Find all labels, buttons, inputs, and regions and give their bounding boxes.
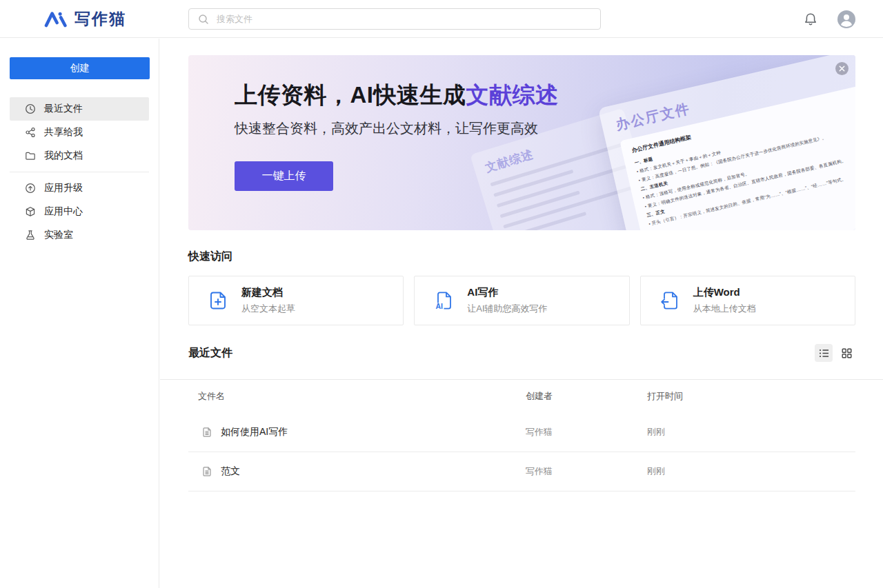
column-open-time: 打开时间 — [647, 390, 683, 403]
logo-text: 写作猫 — [75, 8, 126, 30]
sidebar: 创建 最近文件 共享给我 — [0, 39, 159, 588]
search-icon — [198, 14, 209, 25]
sidebar-item-recent-files[interactable]: 最近文件 — [10, 97, 149, 121]
sidebar-item-app-center[interactable]: 应用中心 — [10, 200, 149, 223]
file-creator: 写作猫 — [526, 426, 553, 438]
sidebar-item-my-documents[interactable]: 我的文档 — [10, 144, 149, 168]
search-input[interactable] — [215, 13, 591, 25]
notification-bell-icon[interactable] — [803, 12, 818, 27]
main-content: 文献综述 办公厅文件 办公厅文件通用结构框架 一、标题 • 格式：发文机关＋关于… — [160, 39, 883, 588]
banner-doc-front: 办公厅文件 办公厅文件通用结构框架 一、标题 • 格式：发文机关＋关于＋事由＋的… — [598, 55, 855, 230]
card-title: AI写作 — [467, 286, 547, 299]
card-title: 上传Word — [693, 286, 756, 299]
column-file-name: 文件名 — [198, 390, 225, 403]
share-icon — [25, 127, 36, 138]
search-box[interactable] — [188, 8, 601, 30]
sidebar-item-label: 共享给我 — [44, 126, 83, 139]
card-ai-writing[interactable]: AI AI写作 让AI辅助您高效写作 — [414, 276, 629, 325]
folder-icon — [25, 150, 36, 161]
document-icon — [201, 427, 212, 438]
quick-access-title: 快速访问 — [188, 250, 855, 264]
logo-icon — [44, 11, 68, 28]
card-desc: 从本地上传文档 — [693, 303, 756, 315]
card-title: 新建文档 — [241, 286, 295, 299]
one-click-upload-button[interactable]: 一键上传 — [235, 161, 333, 191]
table-row[interactable]: 范文 写作猫 刚刚 — [188, 452, 855, 491]
apps-icon — [25, 206, 36, 217]
user-avatar[interactable] — [837, 10, 855, 28]
file-open-time: 刚刚 — [647, 426, 665, 438]
top-header: 写作猫 — [0, 0, 883, 38]
svg-text:AI: AI — [436, 302, 444, 310]
file-creator: 写作猫 — [526, 465, 553, 478]
grid-view-button[interactable] — [837, 344, 855, 362]
quick-access-cards: 新建文档 从空文本起草 AI AI写作 让AI辅助您高效写作 — [188, 276, 855, 325]
header-actions — [803, 0, 855, 38]
card-new-document[interactable]: 新建文档 从空文本起草 — [188, 276, 404, 325]
new-document-icon — [208, 290, 228, 311]
file-name: 如何使用AI写作 — [221, 426, 288, 438]
recent-files-header: 最近文件 — [188, 344, 855, 362]
file-name: 范文 — [221, 465, 240, 478]
upload-word-icon — [659, 290, 680, 311]
list-view-button[interactable] — [815, 344, 833, 362]
file-open-time: 刚刚 — [647, 465, 665, 478]
sidebar-nav: 最近文件 共享给我 我的文档 — [0, 97, 159, 247]
logo[interactable]: 写作猫 — [44, 0, 126, 38]
clock-icon — [25, 103, 36, 114]
table-row[interactable]: 如何使用AI写作 写作猫 刚刚 — [188, 413, 855, 452]
document-icon — [201, 466, 212, 477]
sidebar-item-label: 应用升级 — [44, 182, 83, 194]
sidebar-item-app-upgrade[interactable]: 应用升级 — [10, 176, 149, 200]
column-creator: 创建者 — [526, 390, 553, 403]
banner-subtitle: 快速整合资料，高效产出公文材料，让写作更高效 — [235, 119, 538, 138]
sidebar-divider — [10, 172, 149, 172]
sidebar-item-laboratory[interactable]: 实验室 — [10, 223, 149, 247]
banner-title: 上传资料，AI快速生成文献综述 — [235, 80, 559, 111]
view-toggle — [815, 344, 855, 362]
sidebar-item-label: 应用中心 — [44, 205, 83, 218]
create-button[interactable]: 创建 — [10, 57, 150, 79]
ai-writing-icon: AI — [433, 290, 454, 311]
table-header: 文件名 创建者 打开时间 — [188, 380, 855, 413]
lab-flask-icon — [25, 230, 36, 241]
sidebar-item-label: 我的文档 — [44, 150, 83, 162]
sidebar-item-shared-with-me[interactable]: 共享给我 — [10, 121, 149, 144]
card-upload-word[interactable]: 上传Word 从本地上传文档 — [640, 276, 855, 325]
recent-files-title: 最近文件 — [188, 346, 232, 361]
banner-close-icon[interactable] — [835, 62, 849, 75]
promo-banner: 文献综述 办公厅文件 办公厅文件通用结构框架 一、标题 • 格式：发文机关＋关于… — [188, 55, 855, 230]
card-desc: 让AI辅助您高效写作 — [467, 303, 547, 315]
banner-title-highlight: 文献综述 — [466, 82, 559, 108]
upgrade-icon — [25, 183, 36, 194]
card-desc: 从空文本起草 — [241, 303, 295, 315]
sidebar-item-label: 最近文件 — [44, 103, 83, 115]
sidebar-item-label: 实验室 — [44, 229, 73, 241]
